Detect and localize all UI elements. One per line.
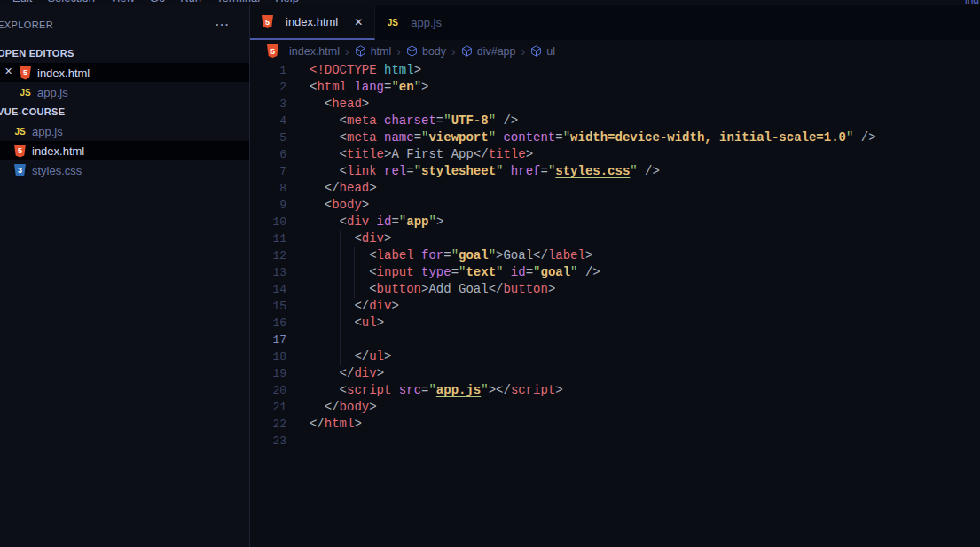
breadcrumb: 5index.html›html›body›div#app›ul xyxy=(250,40,980,62)
menu-item-edit[interactable]: Edit xyxy=(9,0,35,4)
link-token[interactable]: app.js xyxy=(436,383,481,397)
line-number: 9 xyxy=(250,197,310,214)
sidebar-item-app-js[interactable]: JSapp.js xyxy=(0,121,249,141)
breadcrumb-label: div#app xyxy=(477,45,516,58)
line-number: 21 xyxy=(250,399,310,416)
sidebar-item-index-html[interactable]: 5index.html xyxy=(0,141,249,160)
line-content: </body> xyxy=(310,399,980,416)
symbol-cube-icon xyxy=(355,45,366,57)
code-line[interactable]: 12<label for="goal">Goal</label> xyxy=(250,247,980,264)
indent-guide xyxy=(340,231,341,247)
code-editor[interactable]: 1<!DOCTYPE html>2<html lang="en">3<head>… xyxy=(250,62,980,547)
indent-guide xyxy=(340,298,341,315)
breadcrumb-item-ul[interactable]: ul xyxy=(530,45,555,58)
menu-item-go[interactable]: Go xyxy=(146,0,169,4)
chevron-right-icon: › xyxy=(451,44,456,59)
sidebar-item-label: styles.css xyxy=(32,164,82,177)
breadcrumb-item-div-app[interactable]: div#app xyxy=(461,45,516,58)
line-content: </div> xyxy=(310,298,980,315)
link-token[interactable]: styles.css xyxy=(555,164,630,178)
code-line[interactable]: 10<div id="app"> xyxy=(250,214,980,231)
code-line[interactable]: 14<button>Add Goal</button> xyxy=(250,281,980,298)
line-content: </ul> xyxy=(310,348,980,365)
indent-guide xyxy=(340,315,341,332)
code-line[interactable]: 23 xyxy=(250,433,980,449)
indent-guide xyxy=(340,332,341,348)
code-line[interactable]: 2<html lang="en"> xyxy=(250,79,980,96)
section-header-vue-course[interactable]: VUE-COURSE xyxy=(0,102,249,121)
menu-item-selection[interactable]: Selection xyxy=(43,0,98,4)
indent-guide xyxy=(340,281,341,298)
breadcrumb-item-body[interactable]: body xyxy=(406,45,446,58)
sidebar-item-index-html[interactable]: ✕5index.html xyxy=(0,63,249,82)
line-tokens: <button>Add Goal</button> xyxy=(310,281,555,298)
more-actions-icon[interactable]: ··· xyxy=(216,18,230,31)
js-file-icon: JS xyxy=(387,16,398,29)
line-tokens: <!DOCTYPE html> xyxy=(310,62,421,79)
code-line[interactable]: 18</ul> xyxy=(250,348,980,365)
line-tokens: </head> xyxy=(310,180,377,197)
code-line[interactable]: 13<input type="text" id="goal" /> xyxy=(250,264,980,281)
html-file-icon: 5 xyxy=(14,145,26,158)
code-line[interactable]: 15</div> xyxy=(250,298,980,315)
menu-item-help[interactable]: Help xyxy=(271,0,302,4)
indent-guide xyxy=(354,247,355,264)
code-line[interactable]: 22</html> xyxy=(250,416,980,433)
line-tokens: </body> xyxy=(310,399,377,416)
indent-guide xyxy=(325,214,325,231)
line-tokens: <div id="app"> xyxy=(310,214,443,231)
code-line[interactable]: 7<link rel="stylesheet" href="styles.css… xyxy=(250,163,980,180)
code-line[interactable]: 20<script src="app.js"></script> xyxy=(250,382,980,399)
line-content xyxy=(310,433,980,449)
explorer-sidebar: EXPLORER ··· OPEN EDITORS✕5index.htmlJSa… xyxy=(0,5,250,547)
tab-label: app.js xyxy=(411,16,442,29)
line-content: </head> xyxy=(310,180,980,197)
js-file-icon: JS xyxy=(20,86,31,99)
line-content: <div> xyxy=(310,231,980,247)
js-file-icon: JS xyxy=(14,125,26,138)
menu-item-run[interactable]: Run xyxy=(176,0,205,4)
section-header-open-editors[interactable]: OPEN EDITORS xyxy=(0,43,249,63)
code-line[interactable]: 9<body> xyxy=(250,197,980,214)
css-file-icon: 3 xyxy=(14,164,26,177)
breadcrumb-label: html xyxy=(371,45,392,58)
breadcrumb-label: body xyxy=(422,45,446,58)
breadcrumb-item-html[interactable]: html xyxy=(355,45,392,58)
code-line[interactable]: 21</body> xyxy=(250,399,980,416)
indent-guide xyxy=(354,281,355,298)
close-icon[interactable]: ✕ xyxy=(354,16,363,28)
chevron-right-icon: › xyxy=(396,44,401,59)
code-line[interactable]: 17 xyxy=(250,332,980,348)
code-line[interactable]: 1<!DOCTYPE html> xyxy=(250,62,980,79)
line-number: 22 xyxy=(250,416,310,433)
chevron-right-icon: › xyxy=(521,44,526,59)
indent-guide xyxy=(354,264,355,281)
code-line[interactable]: 16<ul> xyxy=(250,315,980,332)
sidebar-item-styles-css[interactable]: 3styles.css xyxy=(0,160,249,180)
breadcrumb-item-index-html[interactable]: 5index.html xyxy=(267,44,340,58)
indent-guide xyxy=(340,348,341,365)
line-content: <title>A First App</title> xyxy=(310,146,980,163)
symbol-cube-icon xyxy=(530,45,542,57)
code-line[interactable]: 3<head> xyxy=(250,96,980,113)
line-tokens: <div> xyxy=(310,231,391,247)
menu-item-view[interactable]: View xyxy=(106,0,138,4)
indent-guide xyxy=(340,247,341,264)
line-number: 14 xyxy=(250,281,310,298)
tab-index-html[interactable]: 5index.html✕ xyxy=(250,5,375,40)
sidebar-item-app-js[interactable]: JSapp.js xyxy=(0,82,249,102)
indent-guide xyxy=(325,146,325,163)
line-content: <!DOCTYPE html> xyxy=(310,62,980,79)
code-line[interactable]: 6<title>A First App</title> xyxy=(250,146,980,163)
line-content: <button>Add Goal</button> xyxy=(310,281,980,298)
tab-app-js[interactable]: JSapp.js xyxy=(375,5,453,40)
code-line[interactable]: 8</head> xyxy=(250,180,980,197)
code-line[interactable]: 11<div> xyxy=(250,231,980,247)
menu-item-terminal[interactable]: Terminal xyxy=(213,0,263,4)
code-line[interactable]: 4<meta charset="UTF-8" /> xyxy=(250,113,980,129)
close-icon[interactable]: ✕ xyxy=(4,66,12,77)
code-line[interactable]: 5<meta name="viewport" content="width=de… xyxy=(250,129,980,146)
line-number: 18 xyxy=(250,348,310,365)
code-line[interactable]: 19</div> xyxy=(250,365,980,382)
line-tokens: <meta name="viewport" content="width=dev… xyxy=(310,129,876,146)
